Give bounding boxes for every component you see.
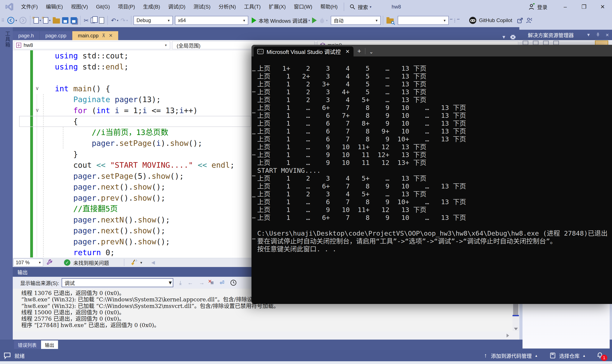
menu-item[interactable]: 帮助(H) [316, 0, 342, 13]
se-caret-icon[interactable]: ▼ [586, 32, 591, 38]
save-all-button[interactable] [70, 16, 77, 25]
github-copilot-button[interactable]: GitHub Copilot [469, 16, 512, 25]
word-wrap-icon[interactable]: ⏎ [220, 280, 224, 286]
console-dropdown-icon[interactable]: ⌄ [369, 49, 374, 55]
menu-item[interactable]: Git(G) [92, 0, 114, 13]
redo-button[interactable]: ↷▾ [121, 16, 128, 25]
solution-platform-dropdown[interactable]: x64▼ [175, 16, 248, 25]
paste-button[interactable] [99, 16, 104, 25]
auto-dropdown[interactable]: 自动▼ [331, 16, 381, 25]
menu-item[interactable]: 测试(S) [189, 0, 214, 13]
redo-icon: ↷ [121, 17, 125, 24]
menu-item[interactable]: 工具(T) [240, 0, 265, 13]
notifications-button[interactable]: 1 [596, 351, 603, 360]
console-new-tab-button[interactable]: + [357, 48, 361, 55]
search-dropdown-caret-icon: ▼ [441, 19, 448, 22]
find-in-files-button[interactable] [387, 16, 394, 25]
fold-collapse-icon[interactable]: ∨ [34, 85, 40, 91]
menu-item[interactable]: 调试(D) [164, 0, 189, 13]
scroll-down-arrow-icon[interactable] [514, 328, 518, 330]
code-cleanup-broom-icon[interactable] [130, 259, 138, 266]
pin-icon[interactable] [596, 32, 600, 37]
solution-explorer-title[interactable]: 解决方案资源管理器 ▼ ✕ [519, 30, 612, 40]
navigate-back-button[interactable]: ▾ [7, 16, 17, 25]
console-tab-close-icon[interactable]: ✕ [342, 49, 353, 54]
debug-console-window[interactable]: C:\ Microsoft Visual Studio 调试控 ✕ + ⌄ 上页… [251, 45, 612, 304]
feedback-button[interactable] [526, 16, 532, 25]
menu-item[interactable]: 编辑(E) [42, 0, 67, 13]
zoom-dropdown[interactable]: 107 % ▼ [14, 259, 43, 266]
repo-caret-icon[interactable]: ▲ [583, 354, 586, 357]
close-button[interactable]: ✕ [593, 0, 612, 13]
menu-item[interactable]: 生成(B) [139, 0, 164, 13]
fold-collapse-icon[interactable]: ∨ [34, 107, 40, 113]
next-message-icon[interactable]: → [199, 280, 205, 286]
start-without-debugging-button[interactable] [312, 16, 317, 25]
se-active-tool-highlight[interactable] [595, 40, 608, 45]
feedback-bubble-icon[interactable] [3, 352, 11, 359]
tab-close-icon[interactable]: ✕ [109, 33, 113, 39]
start-debugging-button[interactable]: 本地 Windows 调试器 ▾ [252, 16, 310, 25]
menu-item[interactable]: 项目(P) [114, 0, 139, 13]
output-horizontal-scrollbar[interactable] [13, 332, 519, 339]
notification-badge: 1 [601, 355, 607, 361]
console-tab[interactable]: C:\ Microsoft Visual Studio 调试控 ✕ [254, 47, 353, 56]
se-tool-icon[interactable] [533, 41, 539, 45]
platform-caret-icon: ▼ [240, 19, 248, 22]
tab-list-caret-icon[interactable]: ▼ [501, 34, 506, 40]
open-file-button[interactable] [53, 16, 60, 25]
minimize-button[interactable]: – [556, 0, 575, 13]
health-wrench-icon[interactable] [46, 259, 53, 266]
cut-button[interactable]: ✂ [84, 16, 89, 25]
se-tool-icon[interactable] [523, 41, 528, 45]
share-button[interactable] [517, 16, 524, 25]
se-close-icon[interactable]: ✕ [605, 32, 609, 38]
hot-reload-button[interactable]: ▾ [319, 16, 328, 25]
pin-icon[interactable]: ⊼ [102, 33, 105, 39]
menu-item[interactable]: 窗口(W) [290, 0, 316, 13]
scc-caret-icon[interactable]: ▲ [535, 354, 538, 357]
select-repository-button[interactable]: 选择仓库 [559, 352, 580, 359]
timestamp-clock-icon[interactable] [230, 280, 236, 286]
save-button[interactable] [62, 16, 69, 25]
new-project-button[interactable]: ✳▾ [34, 16, 41, 25]
back-arrow-icon [7, 16, 15, 24]
cleanup-caret-icon[interactable]: ▼ [140, 261, 143, 264]
code-line: using std::cout; [55, 50, 235, 61]
add-to-source-control-button[interactable]: 添加到源代码管理 [491, 352, 532, 359]
menu-item[interactable]: 视图(V) [67, 0, 92, 13]
scrollbar-thumb[interactable] [513, 304, 518, 315]
tab-output[interactable]: 输出 [41, 340, 58, 349]
editor-tab-page.h[interactable]: page.h [13, 31, 39, 40]
goto-message-icon[interactable]: ⤓ [179, 280, 182, 286]
prev-change-arrow-icon[interactable]: ◀ [151, 260, 155, 265]
scroll-right-arrow-icon[interactable] [507, 334, 509, 338]
undo-button[interactable]: ↶▾ [111, 16, 118, 25]
solution-config-dropdown[interactable]: Debug▼ [134, 16, 173, 25]
menu-item[interactable]: 扩展(X) [265, 0, 290, 13]
search-dropdown[interactable]: ▼ [398, 16, 449, 25]
navigate-forward-button[interactable] [19, 16, 27, 25]
maximize-button[interactable]: ❐ [575, 0, 593, 13]
se-tool-icon[interactable] [543, 41, 549, 45]
project-dropdown[interactable]: hw8 ▼ [14, 41, 170, 49]
search-caret-icon: ▾ [370, 5, 371, 9]
editor-tab-page.cpp[interactable]: page.cpp [40, 31, 72, 40]
sign-in-button[interactable]: 登录 [528, 3, 547, 11]
toolbox-vertical-tab[interactable]: 工具箱 [2, 31, 11, 59]
menu-item[interactable]: 文件(F) [17, 0, 42, 13]
menu-item[interactable]: 分析(N) [214, 0, 240, 13]
prev-message-icon[interactable]: ← [187, 280, 193, 286]
output-source-label: 显示输出来源(S): [20, 279, 59, 286]
new-file-button[interactable]: ✳▾ [43, 16, 51, 25]
clear-all-icon[interactable]: ≡✕ [210, 280, 214, 286]
indent-tools-icon[interactable]: ⁗⋮⁗ [450, 16, 460, 25]
gear-icon[interactable] [510, 34, 516, 40]
copy-button[interactable] [91, 16, 95, 25]
tab-error-list[interactable]: 错误列表 [14, 340, 40, 349]
editor-tab-main.cpp[interactable]: main.cpp⊼✕ [72, 31, 118, 40]
redo-caret-icon: ▾ [126, 19, 128, 22]
search-control[interactable]: 搜索 ▾ [349, 3, 371, 11]
se-tool-icon[interactable] [553, 41, 559, 45]
output-source-dropdown[interactable]: 调试 ▼ [62, 278, 173, 287]
